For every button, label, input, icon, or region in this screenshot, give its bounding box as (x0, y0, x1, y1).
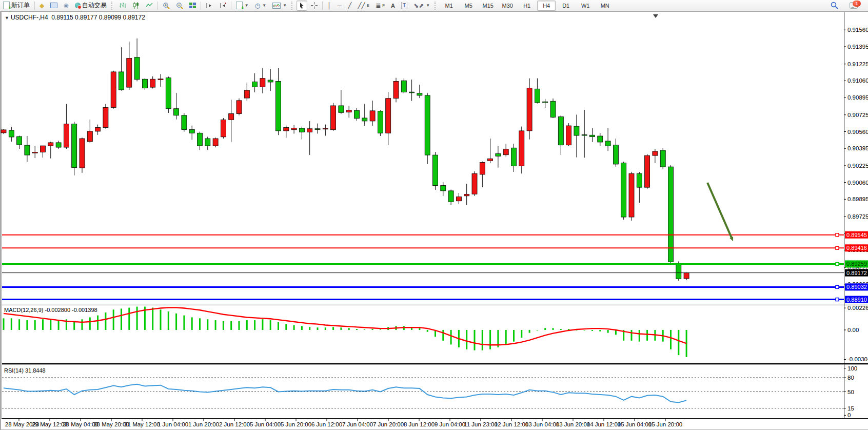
svg-text:0.002266: 0.002266 (847, 305, 868, 311)
svg-text:14 Jun 12:00: 14 Jun 12:00 (587, 421, 621, 427)
svg-text:100: 100 (847, 365, 857, 372)
svg-text:0.89416: 0.89416 (846, 245, 867, 251)
svg-text:9 Jun 04:00: 9 Jun 04:00 (435, 421, 465, 427)
monitor-icon (50, 3, 57, 8)
gem-icon: ◆ (40, 3, 44, 9)
svg-text:0.90395: 0.90395 (847, 145, 868, 151)
crosshair-tool-button[interactable] (308, 1, 320, 11)
timeframe-m30-button[interactable]: M30 (498, 1, 517, 11)
svg-text:1 Jun 20:00: 1 Jun 20:00 (188, 421, 219, 427)
separator (201, 2, 201, 10)
svg-text:0.91225: 0.91225 (847, 61, 868, 67)
svg-text:0.90560: 0.90560 (847, 129, 868, 135)
auto-trading-button[interactable]: 自动交易 (72, 1, 109, 11)
new-chart-button[interactable]: +▼ (233, 1, 251, 11)
timeframe-d1-button[interactable]: D1 (557, 1, 575, 11)
timeframe-w1-button[interactable]: W1 (576, 1, 595, 11)
svg-text:13 Jun 20:00: 13 Jun 20:00 (556, 421, 590, 427)
fibonacci-tool-label: F (382, 3, 385, 8)
timeframe-m1-button[interactable]: M1 (440, 1, 458, 11)
svg-text:0.91560: 0.91560 (847, 27, 868, 33)
label-tool-button[interactable]: T (399, 1, 410, 11)
svg-text:7 Jun 04:00: 7 Jun 04:00 (342, 421, 373, 427)
new-order-button[interactable]: + 新订单 (1, 1, 32, 11)
tile-windows-button[interactable] (187, 1, 199, 11)
line-chart-button[interactable] (143, 1, 155, 11)
timeframe-h1-button[interactable]: H1 (518, 1, 536, 11)
vline-tool-button[interactable]: │ (325, 1, 334, 11)
notification-badge: 1 (853, 1, 861, 7)
toolbar-grip (435, 2, 438, 10)
auto-trading-icon (75, 3, 81, 8)
bar-chart-button[interactable] (116, 1, 129, 11)
toolbar-grip (111, 2, 114, 10)
new-order-label: 新订单 (11, 1, 30, 10)
svg-text:0.89032: 0.89032 (846, 284, 867, 290)
arrows-tool-button[interactable]: ⬊⬈▼ (411, 1, 432, 11)
cursor-icon (299, 2, 305, 9)
signals-button[interactable]: ◉ (61, 1, 71, 11)
svg-text:-0.003041: -0.003041 (847, 356, 868, 362)
signal-icon: ◉ (64, 3, 69, 8)
svg-text:0.89545: 0.89545 (846, 232, 867, 238)
market-watch-button[interactable]: ◆ (37, 1, 47, 11)
svg-text:0.90060: 0.90060 (847, 180, 868, 186)
crosshair-icon (311, 2, 318, 9)
timeframe-h4-button[interactable]: H4 (537, 1, 556, 11)
svg-text:0.89725: 0.89725 (847, 213, 868, 220)
chat-icon: 1 (850, 2, 858, 9)
svg-text:1 Jun 04:00: 1 Jun 04:00 (157, 421, 188, 427)
channel-tool-button[interactable]: ╱╱E (355, 1, 372, 11)
main-toolbar: + 新订单 ◆ ◉ 自动交易 +▼ ◷▼ ▼ (0, 0, 868, 11)
timeframe-mn-button[interactable]: MN (596, 1, 614, 11)
chart-window[interactable]: 0.915600.913950.912250.910600.908950.907… (0, 11, 868, 430)
new-order-icon: + (3, 2, 10, 9)
tile-windows-icon (189, 3, 196, 8)
search-icon (831, 2, 838, 9)
line-chart-icon (146, 2, 153, 9)
svg-text:0: 0 (847, 412, 851, 418)
chart-shift-icon (206, 3, 213, 9)
svg-text:11 Jun 23:00: 11 Jun 23:00 (464, 421, 498, 427)
svg-text:80: 80 (847, 375, 854, 381)
chart-shift-button[interactable] (203, 1, 215, 11)
text-tool-button[interactable]: A (388, 1, 398, 11)
svg-text:0.00: 0.00 (847, 327, 859, 333)
hline-tool-button[interactable]: ─ (335, 1, 345, 11)
notifications-button[interactable]: 1 (847, 1, 860, 11)
chart-title-caret-icon[interactable]: ▼ (5, 15, 9, 21)
indicators-button[interactable]: ▼ (270, 1, 289, 11)
arrows-icon: ⬊⬈ (413, 2, 424, 9)
zoom-out-button[interactable] (173, 1, 186, 11)
svg-text:6 Jun 12:00: 6 Jun 12:00 (311, 421, 342, 427)
svg-text:13 Jun 04:00: 13 Jun 04:00 (525, 421, 560, 427)
svg-text:15 Jun 04:00: 15 Jun 04:00 (618, 421, 652, 427)
svg-text:0.90725: 0.90725 (847, 112, 868, 118)
label-tool-label: T (401, 2, 407, 9)
search-button[interactable] (828, 1, 841, 11)
svg-text:12 Jun 12:00: 12 Jun 12:00 (495, 421, 529, 427)
svg-text:7 Jun 20:00: 7 Jun 20:00 (373, 421, 404, 427)
zoom-out-icon (176, 2, 183, 9)
candlestick-button[interactable] (130, 1, 142, 11)
period-button[interactable]: ◷▼ (252, 1, 269, 11)
cursor-tool-button[interactable] (297, 1, 307, 11)
separator (231, 2, 231, 10)
separator (322, 2, 323, 10)
chart-canvas[interactable]: 0.915600.913950.912250.910600.908950.907… (1, 11, 868, 430)
trendline-tool-button[interactable]: ╱ (345, 1, 354, 11)
svg-text:5 Jun 04:00: 5 Jun 04:00 (250, 421, 281, 427)
auto-scroll-button[interactable] (216, 1, 229, 11)
svg-text:0.90225: 0.90225 (847, 163, 868, 169)
zoom-in-button[interactable] (160, 1, 172, 11)
svg-text:2 Jun 12:00: 2 Jun 12:00 (219, 421, 250, 427)
terminal-button[interactable] (48, 1, 60, 11)
timeframe-m15-button[interactable]: M15 (479, 1, 497, 11)
fibonacci-tool-button[interactable]: ≣F (373, 1, 387, 11)
indicators-icon (272, 3, 281, 9)
zoom-in-icon (163, 2, 170, 9)
candlestick-icon (132, 2, 140, 9)
svg-text:50: 50 (847, 389, 854, 395)
channel-tool-label: E (367, 3, 369, 8)
timeframe-m5-button[interactable]: M5 (459, 1, 478, 11)
